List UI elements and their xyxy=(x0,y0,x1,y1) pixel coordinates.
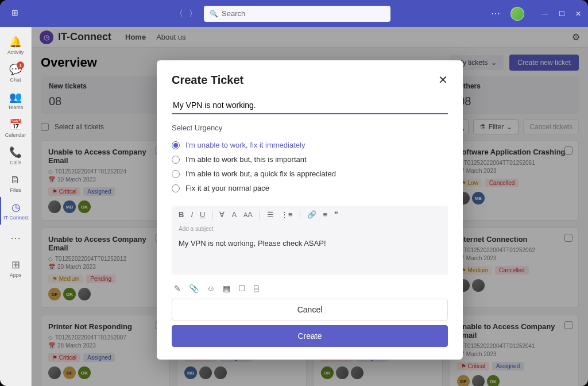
font-size-icon[interactable]: AA xyxy=(243,210,253,219)
attach-icon[interactable]: 📎 xyxy=(189,284,199,293)
radio-icon xyxy=(172,170,180,178)
teams-icon: 👥 xyxy=(9,91,22,103)
rail-activity[interactable]: 🔔Activity xyxy=(0,32,31,59)
apps-icon: ⊞ xyxy=(11,258,20,271)
gif-icon[interactable]: ▦ xyxy=(223,284,230,293)
link-icon[interactable]: 🔗 xyxy=(307,210,316,219)
rail-itconnect[interactable]: ◷IT-Connect xyxy=(0,197,31,225)
rail-calls[interactable]: 📞Calls xyxy=(0,142,31,169)
rich-text-editor: B I U ∀ A AA ☰ ⋮≡ 🔗 ≡ ❞ xyxy=(172,206,448,275)
more-dots-icon: ⋯ xyxy=(10,231,21,244)
urgency-option-1[interactable]: I'm unable to work, fix it immediately xyxy=(172,138,448,152)
ticket-subject-input[interactable] xyxy=(172,97,448,114)
font-color-icon[interactable]: A xyxy=(231,210,237,219)
close-icon[interactable]: ✕ xyxy=(575,10,581,18)
radio-icon xyxy=(172,156,180,164)
nav-arrows: 〈 〉 xyxy=(175,9,197,19)
create-button[interactable]: Create xyxy=(172,325,448,347)
bullet-list-icon[interactable]: ☰ xyxy=(267,210,274,219)
calls-icon: 📞 xyxy=(9,146,22,159)
format-icon[interactable]: ✎ xyxy=(174,284,181,293)
editor-body[interactable]: My VPN is not working, Please check ASAP… xyxy=(172,234,448,275)
urgency-label: Select Urgency xyxy=(172,123,448,132)
user-avatar[interactable] xyxy=(510,7,524,21)
emoji-icon[interactable]: ☺ xyxy=(207,284,215,293)
create-ticket-modal: Create Ticket ✕ Select Urgency I'm unabl… xyxy=(157,60,463,360)
modal-title: Create Ticket xyxy=(172,74,243,87)
rail-apps[interactable]: ⊞Apps xyxy=(0,254,31,282)
chat-badge: 1 xyxy=(17,61,24,69)
rail-teams[interactable]: 👥Teams xyxy=(0,87,31,114)
modal-close-icon[interactable]: ✕ xyxy=(438,73,448,87)
search-placeholder: Search xyxy=(222,9,245,18)
rail-chat[interactable]: 💬1Chat xyxy=(0,59,31,87)
more-options-icon[interactable]: ⌸ xyxy=(254,284,258,293)
sticker-icon[interactable]: ☐ xyxy=(238,284,246,293)
titlebar: ⊞ 〈 〉 🔍 Search ⋯ — ☐ ✕ xyxy=(0,0,588,27)
quote-icon[interactable]: ❞ xyxy=(334,210,338,219)
radio-icon xyxy=(172,141,180,149)
maximize-icon[interactable]: ☐ xyxy=(559,10,565,18)
strike-icon[interactable]: ∀ xyxy=(219,210,225,219)
app-rail: 🔔Activity 💬1Chat 👥Teams 📅Calendar 📞Calls… xyxy=(0,27,32,386)
calendar-icon: 📅 xyxy=(9,118,22,131)
rail-files[interactable]: 🗎Files xyxy=(0,169,31,197)
rail-more[interactable]: ⋯ xyxy=(0,225,31,252)
urgency-radio-group: I'm unable to work, fix it immediately I… xyxy=(172,138,448,195)
code-icon[interactable]: ≡ xyxy=(323,210,328,219)
editor-footer: ✎ 📎 ☺ ▦ ☐ ⌸ xyxy=(172,280,448,299)
teams-logo-icon: ⊞ xyxy=(11,8,23,20)
underline-icon[interactable]: U xyxy=(200,210,205,219)
itconnect-icon: ◷ xyxy=(11,201,21,214)
minimize-icon[interactable]: — xyxy=(541,10,548,18)
urgency-option-4[interactable]: Fix it at your normal pace xyxy=(172,181,448,195)
forward-icon[interactable]: 〉 xyxy=(189,9,197,19)
search-icon: 🔍 xyxy=(210,10,218,18)
modal-overlay: Create Ticket ✕ Select Urgency I'm unabl… xyxy=(32,27,588,386)
urgency-option-3[interactable]: I'm able to work but, a quick fix is app… xyxy=(172,167,448,181)
search-input[interactable]: 🔍 Search xyxy=(204,6,390,22)
cancel-button[interactable]: Cancel xyxy=(172,299,448,321)
italic-icon[interactable]: I xyxy=(191,210,193,219)
more-icon[interactable]: ⋯ xyxy=(491,8,500,19)
urgency-option-2[interactable]: I'm able to work but, this is important xyxy=(172,152,448,167)
bell-icon: 🔔 xyxy=(9,36,22,48)
rail-calendar[interactable]: 📅Calendar xyxy=(0,114,31,142)
editor-subject-placeholder[interactable]: Add a subject xyxy=(172,223,448,234)
radio-icon xyxy=(172,184,180,192)
files-icon: 🗎 xyxy=(10,174,21,186)
bold-icon[interactable]: B xyxy=(179,210,184,219)
back-icon[interactable]: 〈 xyxy=(175,9,183,19)
editor-toolbar: B I U ∀ A AA ☰ ⋮≡ 🔗 ≡ ❞ xyxy=(172,206,448,223)
number-list-icon[interactable]: ⋮≡ xyxy=(281,210,293,219)
